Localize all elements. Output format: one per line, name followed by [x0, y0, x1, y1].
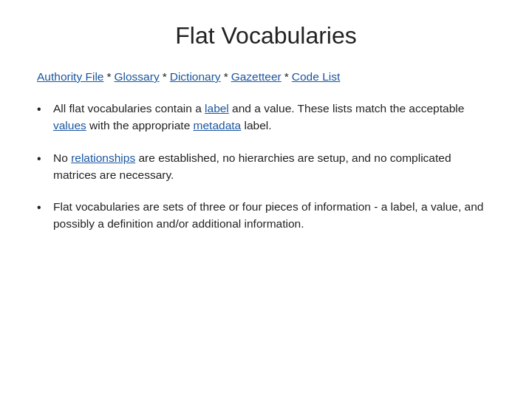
nav-separator-2: * — [163, 70, 167, 83]
bullet-dot-3: • — [37, 198, 53, 216]
bullet-dot-1: • — [37, 100, 53, 118]
page-title: Flat Vocabularies — [37, 22, 495, 50]
nav-separator-3: * — [224, 70, 228, 83]
link-label[interactable]: label — [205, 102, 229, 115]
nav-separator-4: * — [284, 70, 289, 83]
bullet-item-1: • All flat vocabularies contain a label … — [37, 100, 495, 134]
bullet-item-2: • No relationships are established, no h… — [37, 149, 495, 184]
link-relationships[interactable]: relationships — [71, 151, 135, 164]
nav-link-code-list[interactable]: Code List — [292, 70, 340, 83]
nav-separator-1: * — [106, 70, 111, 83]
nav-link-dictionary[interactable]: Dictionary — [170, 70, 221, 83]
nav-link-authority-file[interactable]: Authority File — [37, 70, 103, 83]
bullet-item-3: • Flat vocabularies are sets of three or… — [37, 198, 495, 233]
page-container: Flat Vocabularies Authority File * Gloss… — [0, 0, 532, 399]
bullet-dot-2: • — [37, 149, 53, 168]
nav-links: Authority File * Glossary * Dictionary *… — [37, 70, 495, 83]
bullet-text-2: No relationships are established, no hie… — [53, 149, 495, 184]
link-metadata[interactable]: metadata — [194, 119, 242, 132]
nav-link-glossary[interactable]: Glossary — [115, 70, 160, 83]
bullet-text-3: Flat vocabularies are sets of three or f… — [53, 198, 495, 233]
bullet-list: • All flat vocabularies contain a label … — [37, 100, 495, 248]
bullet-text-1: All flat vocabularies contain a label an… — [53, 100, 495, 134]
nav-link-gazetteer[interactable]: Gazetteer — [231, 70, 282, 83]
link-values[interactable]: values — [53, 119, 86, 132]
